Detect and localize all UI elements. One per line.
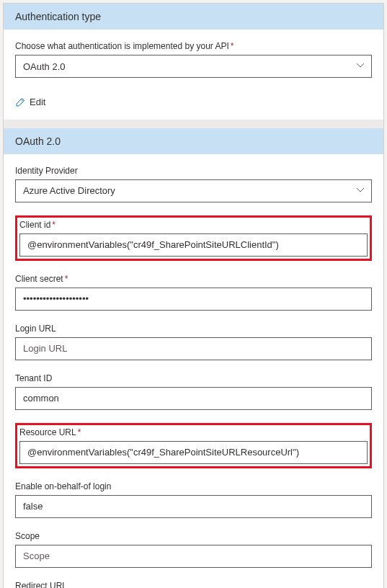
required-asterisk: * <box>65 274 68 284</box>
scope-label: Scope <box>15 531 372 541</box>
required-asterisk: * <box>78 427 81 437</box>
login-url-label: Login URL <box>15 324 372 334</box>
auth-type-header: Authentication type <box>4 4 383 30</box>
edit-icon <box>15 97 25 107</box>
identity-provider-select[interactable]: Azure Active Directory <box>15 179 372 202</box>
identity-provider-label: Identity Provider <box>15 166 372 176</box>
tenant-id-input[interactable] <box>15 387 372 410</box>
client-secret-label: Client secret* <box>15 274 372 284</box>
required-asterisk: * <box>52 220 55 230</box>
auth-type-section: Authentication type Choose what authenti… <box>4 4 383 120</box>
resource-url-highlight: Resource URL* <box>15 423 372 468</box>
resource-url-input[interactable] <box>19 441 368 464</box>
redirect-url-label: Redirect URL <box>15 581 372 589</box>
client-secret-input[interactable] <box>15 288 372 311</box>
client-id-highlight: Client id* <box>15 215 372 261</box>
scope-input[interactable] <box>15 545 372 568</box>
oauth-section: OAuth 2.0 Identity Provider Azure Active… <box>4 128 383 589</box>
enable-obo-label: Enable on-behalf-of login <box>15 481 372 491</box>
client-id-label: Client id* <box>19 220 368 230</box>
tenant-id-label: Tenant ID <box>15 373 372 383</box>
login-url-input[interactable] <box>15 337 372 360</box>
client-id-input[interactable] <box>19 233 368 257</box>
resource-url-label: Resource URL* <box>19 427 368 437</box>
oauth-header: OAuth 2.0 <box>4 128 383 154</box>
auth-type-prompt: Choose what authentication is implemente… <box>15 41 372 51</box>
auth-type-select[interactable]: OAuth 2.0 <box>15 55 372 78</box>
required-asterisk: * <box>231 41 234 51</box>
auth-edit-button[interactable]: Edit <box>15 97 45 107</box>
enable-obo-input[interactable] <box>15 495 372 518</box>
